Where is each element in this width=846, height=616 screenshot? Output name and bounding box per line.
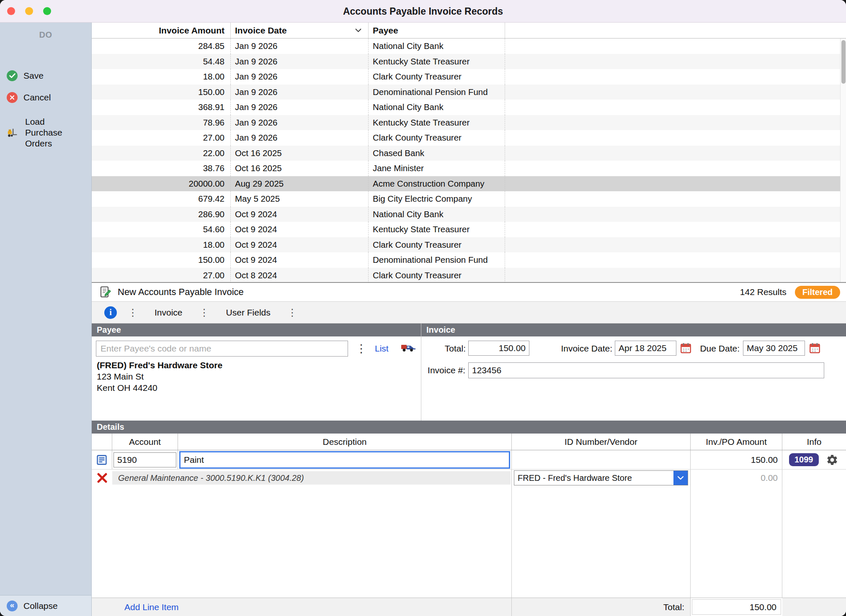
- table-row[interactable]: 150.00Oct 9 2024Denominational Pension F…: [92, 252, 846, 268]
- payee-address-line2: Kent OH 44240: [97, 382, 222, 393]
- table-row[interactable]: 18.00Jan 9 2026Clark County Treasurer: [92, 69, 846, 85]
- invoice-date-input[interactable]: [615, 341, 676, 356]
- line-item-doc-icon[interactable]: [92, 450, 112, 469]
- table-row[interactable]: 22.00Oct 16 2025Chased Bank: [92, 146, 846, 161]
- table-row[interactable]: 20000.00Aug 29 2025Acme Construction Com…: [92, 176, 846, 192]
- invpo-amount-cell[interactable]: 150.00: [691, 450, 782, 469]
- table-row[interactable]: 679.42May 5 2025Big City Electric Compan…: [92, 191, 846, 207]
- cell-empty: [505, 115, 846, 131]
- column-header-invoice-date[interactable]: Invoice Date: [231, 23, 369, 38]
- column-header-payee[interactable]: Payee: [369, 23, 505, 38]
- forklift-icon: [7, 127, 19, 138]
- scrollbar-thumb[interactable]: [841, 40, 846, 84]
- cell-invoice-date: Jan 9 2026: [231, 130, 369, 146]
- tab-user-fields[interactable]: User Fields: [220, 308, 276, 318]
- vendor-dropdown-cell: FRED - Fred's Hardware Store: [512, 470, 691, 486]
- cell-invoice-amount: 150.00: [92, 252, 231, 268]
- tab-separator-dots-icon: ⋮: [128, 308, 138, 318]
- gear-icon[interactable]: [826, 454, 838, 466]
- vendor-dropdown[interactable]: FRED - Fred's Hardware Store: [514, 470, 688, 485]
- description-input[interactable]: Paint: [179, 451, 510, 469]
- cell-invoice-date: Jan 9 2026: [231, 100, 369, 115]
- due-date-input[interactable]: [743, 341, 805, 356]
- table-row[interactable]: 54.48Jan 9 2026Kentucky State Treasurer: [92, 54, 846, 69]
- table-row[interactable]: 150.00Jan 9 2026Denominational Pension F…: [92, 85, 846, 100]
- table-row[interactable]: 27.00Oct 8 2024Clark County Treasurer: [92, 268, 846, 283]
- cell-invoice-date: Oct 9 2024: [231, 222, 369, 237]
- cell-invoice-date: Oct 9 2024: [231, 252, 369, 268]
- cell-empty: [505, 69, 846, 85]
- details-total-label: Total:: [512, 598, 691, 616]
- due-date-calendar-icon[interactable]: [809, 342, 820, 354]
- zoom-window-button[interactable]: [43, 7, 51, 15]
- cell-empty: [505, 161, 846, 176]
- total-input[interactable]: [468, 341, 529, 356]
- cell-payee: Acme Construction Company: [369, 176, 505, 192]
- cell-payee: Kentucky State Treasurer: [369, 54, 505, 69]
- invoice-date-calendar-icon[interactable]: [680, 342, 691, 354]
- id-number-vendor-cell[interactable]: [512, 450, 691, 469]
- dropdown-chevron-down-icon[interactable]: [673, 471, 688, 485]
- table-row[interactable]: 284.85Jan 9 2026National City Bank: [92, 38, 846, 54]
- cell-empty: [505, 85, 846, 100]
- table-row[interactable]: 38.76Oct 16 2025Jane Minister: [92, 161, 846, 176]
- sidebar-header: DO: [0, 30, 91, 40]
- table-row[interactable]: 54.60Oct 9 2024Kentucky State Treasurer: [92, 222, 846, 237]
- cell-empty: [505, 191, 846, 207]
- cell-empty: [505, 252, 846, 268]
- truck-icon[interactable]: [401, 342, 416, 353]
- table-row[interactable]: 286.90Oct 9 2024National City Bank: [92, 207, 846, 222]
- info-icon[interactable]: i: [104, 306, 117, 319]
- account-input[interactable]: 5190: [113, 452, 176, 467]
- cell-payee: Jane Minister: [369, 161, 505, 176]
- records-scrollbar[interactable]: [840, 38, 846, 282]
- cell-payee: National City Bank: [369, 38, 505, 54]
- add-line-item-container: Add Line Item: [92, 598, 512, 616]
- records-table-body: 284.85Jan 9 2026National City Bank54.48J…: [92, 38, 846, 282]
- payee-address-line1: 123 Main St: [97, 371, 222, 382]
- table-row[interactable]: 368.91Jan 9 2026National City Bank: [92, 100, 846, 115]
- column-header-empty: [505, 23, 846, 38]
- delete-x-icon[interactable]: [92, 470, 112, 486]
- tab-separator-dots-icon: ⋮: [199, 308, 209, 318]
- due-date-label: Due Date:: [698, 344, 740, 354]
- payee-panel: Payee ⋮ List (FRED) Fred's Hardware Stor…: [92, 323, 421, 421]
- cell-empty: [505, 268, 846, 283]
- table-row[interactable]: 78.96Jan 9 2026Kentucky State Treasurer: [92, 115, 846, 131]
- collapse-button[interactable]: « Collapse: [0, 595, 91, 616]
- records-table-header: Invoice Amount Invoice Date Payee: [92, 23, 846, 38]
- table-row[interactable]: 18.00Oct 9 2024Clark County Treasurer: [92, 237, 846, 253]
- check-circle-icon: [7, 70, 18, 81]
- filtered-badge[interactable]: Filtered: [795, 286, 840, 299]
- payee-address-block: (FRED) Fred's Hardware Store 123 Main St…: [97, 359, 222, 393]
- payee-search-input[interactable]: [96, 341, 348, 357]
- badge-1099[interactable]: 1099: [789, 453, 819, 466]
- cancel-button[interactable]: Cancel: [7, 92, 51, 103]
- sort-chevron-down-icon: [355, 28, 361, 32]
- close-window-button[interactable]: [7, 7, 15, 15]
- cell-invoice-date: Aug 29 2025: [231, 176, 369, 192]
- add-line-item-link[interactable]: Add Line Item: [124, 602, 179, 612]
- cell-empty: [505, 130, 846, 146]
- cell-invoice-date: Oct 16 2025: [231, 146, 369, 161]
- cell-invoice-amount: 38.76: [92, 161, 231, 176]
- cell-invoice-amount: 284.85: [92, 38, 231, 54]
- payee-list-link[interactable]: List: [375, 344, 389, 354]
- cell-invoice-amount: 27.00: [92, 130, 231, 146]
- cell-invoice-amount: 54.60: [92, 222, 231, 237]
- save-button[interactable]: Save: [7, 70, 44, 81]
- tab-bar: i ⋮ Invoice ⋮ User Fields ⋮: [92, 302, 846, 323]
- cell-invoice-amount: 27.00: [92, 268, 231, 283]
- load-purchase-orders-button[interactable]: Load Purchase Orders: [7, 116, 76, 149]
- account-detail-text: General Maintenance - 3000.5190.K.K1 (30…: [112, 471, 511, 485]
- cell-invoice-date: Jan 9 2026: [231, 69, 369, 85]
- app-window: Accounts Payable Invoice Records DO Save…: [0, 0, 846, 616]
- table-row[interactable]: 27.00Jan 9 2026Clark County Treasurer: [92, 130, 846, 146]
- tab-invoice[interactable]: Invoice: [149, 308, 188, 318]
- column-header-invoice-amount[interactable]: Invoice Amount: [92, 23, 231, 38]
- payee-menu-dots-icon[interactable]: ⋮: [356, 342, 367, 355]
- cell-payee: Clark County Treasurer: [369, 69, 505, 85]
- minimize-window-button[interactable]: [25, 7, 33, 15]
- cell-empty: [505, 222, 846, 237]
- invoice-number-input[interactable]: [468, 362, 824, 378]
